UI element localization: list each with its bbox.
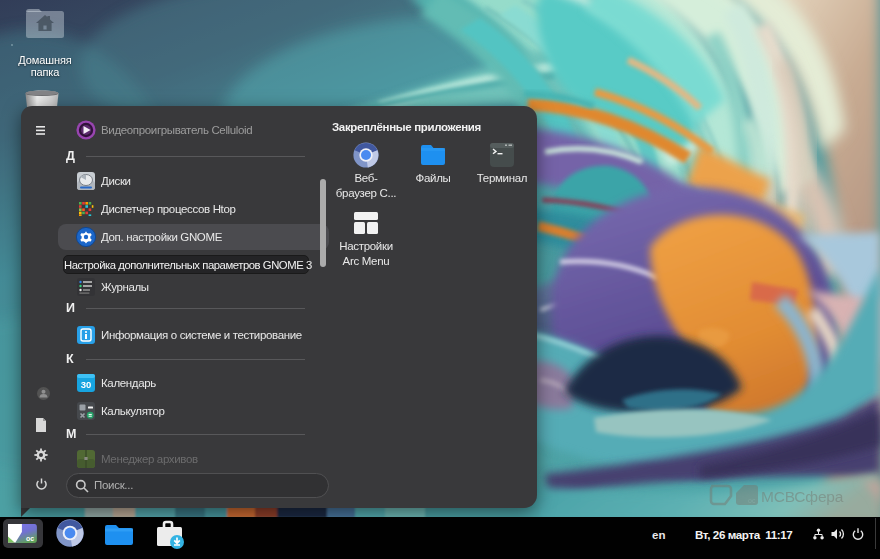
svg-text:ос: ос (748, 497, 756, 504)
svg-text:30: 30 (81, 379, 92, 390)
svg-text:ос: ос (26, 535, 34, 542)
svg-text:МСВСфера: МСВСфера (761, 488, 844, 505)
